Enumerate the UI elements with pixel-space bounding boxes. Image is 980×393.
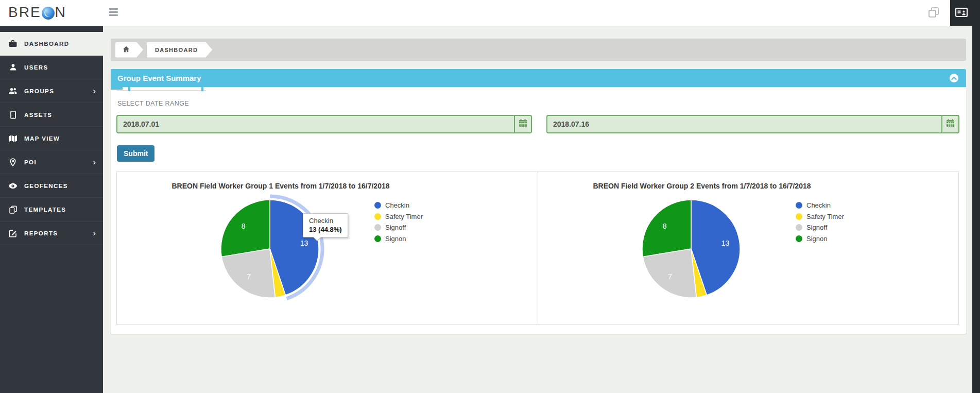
slider-handle-right[interactable] — [201, 87, 203, 91]
legend-label: Signoff — [385, 224, 406, 231]
sidebar-item-label: GEOFENCES — [24, 183, 68, 189]
date-to-calendar-addon[interactable] — [941, 116, 958, 132]
chart-title: BREON Field Worker Group 2 Events from 1… — [538, 182, 866, 190]
map-marker-icon — [8, 158, 18, 166]
copy-icon — [8, 206, 18, 214]
pie-chart[interactable]: 1378 — [213, 192, 326, 305]
pie-chart-group-1: BREON Field Worker Group 1 Events from 1… — [117, 172, 538, 324]
sidebar-item-groups[interactable]: GROUPS› — [0, 79, 103, 103]
overlap-windows-icon[interactable] — [928, 7, 939, 18]
select-date-range-label: SELECT DATE RANGE — [117, 100, 189, 107]
sidebar-item-dashboard[interactable]: DASHBOARD — [0, 32, 103, 56]
user-icon — [8, 63, 18, 71]
chevron-right-icon: › — [93, 89, 96, 94]
topbar: BRE N — [0, 0, 980, 26]
charts-panel: BREON Field Worker Group 1 Events from 1… — [116, 172, 959, 324]
legend-color-dot — [796, 224, 802, 231]
sidebar-item-label: REPORTS — [24, 230, 58, 236]
chevron-up-circle-icon — [951, 74, 957, 82]
edit-icon — [8, 229, 18, 237]
date-from-calendar-addon[interactable] — [514, 116, 531, 132]
mobile-icon — [8, 111, 18, 119]
chart-tooltip: Checkin13 (44.8%) — [303, 213, 348, 237]
legend-label: Safety Timer — [385, 213, 423, 220]
breadcrumb: DASHBOARD — [111, 39, 966, 61]
sidebar-item-templates[interactable]: TEMPLATES — [0, 198, 103, 221]
calendar-icon — [519, 119, 527, 129]
collapse-panel-button[interactable] — [950, 74, 958, 82]
slider-handle-left[interactable] — [128, 87, 130, 91]
legend-color-dot — [374, 235, 381, 242]
legend-label: Signoff — [806, 224, 827, 231]
legend-item-signon[interactable]: Signon — [374, 233, 423, 245]
legend-color-dot — [796, 202, 802, 209]
legend-label: Signon — [806, 235, 827, 243]
control-sidebar-rail — [972, 0, 980, 393]
date-to-input[interactable] — [547, 116, 941, 132]
eye-icon — [8, 183, 18, 189]
sidebar-item-label: MAP VIEW — [24, 135, 60, 142]
chart-legend: CheckinSafety TimerSignoffSignon — [374, 200, 423, 244]
id-card-icon — [955, 7, 968, 20]
sidebar: DASHBOARDUSERSGROUPS›ASSETSMAP VIEWPOI›G… — [0, 26, 103, 393]
legend-item-signoff[interactable]: Signoff — [374, 222, 423, 233]
panel-title: Group Event Summary — [117, 69, 201, 87]
slice-value-label: 13 — [300, 239, 308, 247]
legend-label: Signon — [385, 235, 406, 243]
sidebar-item-label: DASHBOARD — [24, 41, 69, 47]
sidebar-item-assets[interactable]: ASSETS — [0, 103, 103, 127]
users-icon — [8, 87, 18, 95]
legend-label: Safety Timer — [806, 213, 844, 220]
sidebar-item-map-view[interactable]: MAP VIEW — [0, 127, 103, 150]
legend-color-dot — [374, 224, 381, 231]
map-icon — [8, 135, 18, 142]
legend-item-checkin[interactable]: Checkin — [796, 200, 844, 211]
chart-title: BREON Field Worker Group 1 Events from 1… — [117, 182, 444, 190]
breadcrumb-home[interactable] — [115, 42, 143, 58]
legend-label: Checkin — [806, 201, 831, 209]
sidebar-item-users[interactable]: USERS — [0, 56, 103, 79]
legend-color-dot — [374, 213, 381, 220]
legend-item-signoff[interactable]: Signoff — [796, 222, 844, 233]
logo-text-prefix: BRE — [8, 4, 41, 21]
legend-item-signon[interactable]: Signon — [796, 233, 844, 245]
sidebar-item-label: TEMPLATES — [24, 207, 66, 213]
sidebar-item-geofences[interactable]: GEOFENCES — [0, 174, 103, 198]
chart-legend: CheckinSafety TimerSignoffSignon — [796, 200, 844, 244]
date-from-input[interactable] — [117, 116, 514, 132]
globe-icon — [42, 7, 55, 20]
tooltip-series-name: Checkin — [309, 217, 342, 225]
sidebar-item-reports[interactable]: REPORTS› — [0, 221, 103, 245]
logo-text-suffix: N — [55, 4, 66, 21]
legend-item-safety-timer[interactable]: Safety Timer — [374, 211, 423, 223]
legend-item-safety-timer[interactable]: Safety Timer — [796, 211, 844, 223]
slice-value-label: 7 — [668, 272, 672, 281]
slice-value-label: 8 — [242, 222, 246, 230]
id-card-button[interactable] — [950, 0, 972, 26]
date-to-group — [546, 115, 959, 133]
submit-button[interactable]: Submit — [117, 145, 154, 162]
pie-chart-group-2: BREON Field Worker Group 2 Events from 1… — [538, 172, 958, 324]
pie-chart[interactable]: 1378 — [634, 192, 748, 305]
hamburger-icon[interactable] — [109, 8, 119, 18]
legend-color-dot — [374, 202, 381, 209]
calendar-icon — [946, 119, 955, 129]
legend-label: Checkin — [385, 201, 409, 209]
app-logo: BRE N — [8, 4, 66, 21]
sidebar-item-label: POI — [24, 159, 37, 165]
home-icon — [123, 45, 130, 55]
sidebar-item-label: GROUPS — [24, 88, 54, 94]
panel-header: Group Event Summary — [111, 69, 966, 87]
date-from-group — [116, 115, 532, 133]
breadcrumb-current[interactable]: DASHBOARD — [147, 42, 212, 58]
legend-item-checkin[interactable]: Checkin — [374, 200, 423, 211]
slice-value-label: 8 — [663, 222, 667, 230]
chevron-right-icon: › — [93, 160, 96, 165]
briefcase-icon — [8, 40, 18, 47]
sidebar-item-label: ASSETS — [24, 112, 52, 118]
sidebar-item-poi[interactable]: POI› — [0, 150, 103, 174]
chevron-right-icon: › — [93, 231, 96, 236]
group-event-summary-panel: SELECT DATE RANGE Submi — [111, 87, 966, 334]
tooltip-value: 13 (44.8%) — [309, 226, 342, 233]
legend-color-dot — [796, 213, 802, 220]
